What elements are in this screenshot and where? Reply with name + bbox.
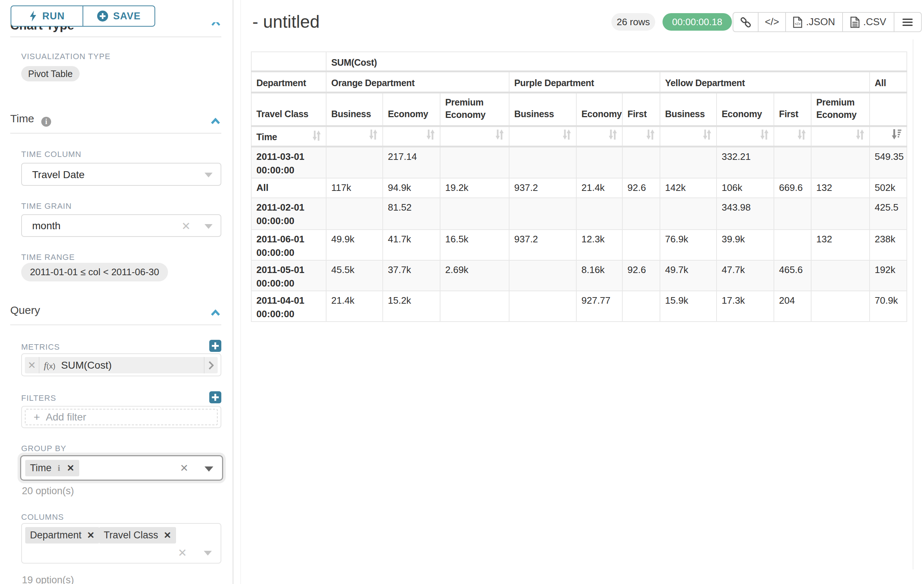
svg-text:</>: </> bbox=[795, 21, 800, 26]
